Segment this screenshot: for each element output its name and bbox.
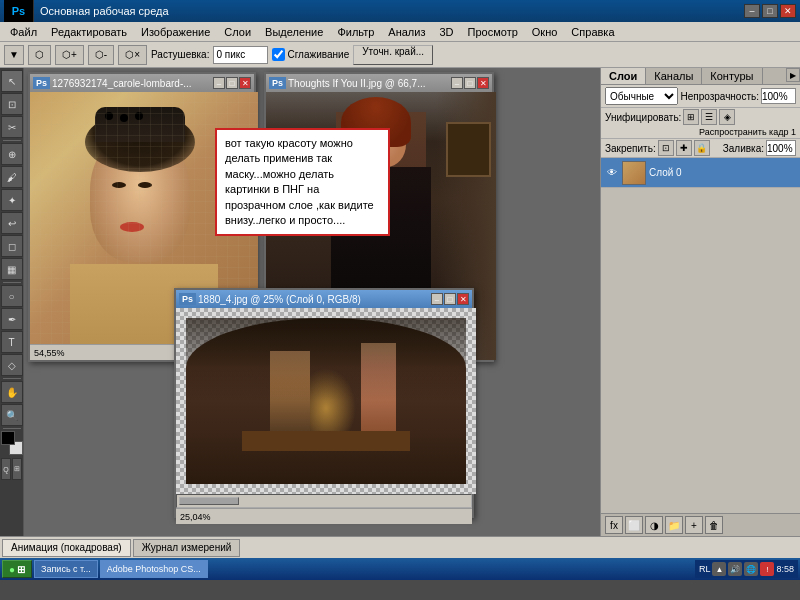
- tool-stamp[interactable]: ✦: [1, 189, 23, 211]
- menu-file[interactable]: Файл: [4, 25, 43, 39]
- layer-fx-btn[interactable]: fx: [605, 516, 623, 534]
- canvas-area: Ps 1276932174_carole-lombard-... – □ ✕: [24, 68, 600, 536]
- menu-3d[interactable]: 3D: [433, 25, 459, 39]
- visibility-icon[interactable]: 👁: [605, 166, 619, 180]
- lock-pos-btn[interactable]: ✚: [676, 140, 692, 156]
- blend-mode-select[interactable]: Обычные: [605, 87, 678, 105]
- tool-options-btn[interactable]: ▼: [4, 45, 24, 65]
- lasso-btn4[interactable]: ⬡×: [118, 45, 147, 65]
- tab-channels[interactable]: Каналы: [646, 68, 702, 84]
- unify-btn3[interactable]: ◈: [719, 109, 735, 125]
- doc-minimize-1[interactable]: –: [213, 77, 225, 89]
- layer-delete-btn[interactable]: 🗑: [705, 516, 723, 534]
- color-swatches[interactable]: [1, 431, 23, 455]
- menu-filter[interactable]: Фильтр: [331, 25, 380, 39]
- tab-layers[interactable]: Слои: [601, 68, 646, 84]
- doc-maximize-1[interactable]: □: [226, 77, 238, 89]
- maximize-button[interactable]: □: [762, 4, 778, 18]
- tray-icon-3[interactable]: 🌐: [744, 562, 758, 576]
- refine-edge-btn[interactable]: Уточн. край...: [353, 45, 433, 65]
- menu-select[interactable]: Выделение: [259, 25, 329, 39]
- quick-mask-btn[interactable]: Q: [1, 458, 11, 480]
- tool-pen[interactable]: ✒: [1, 308, 23, 330]
- tool-path[interactable]: ◇: [1, 354, 23, 376]
- doc-close-2[interactable]: ✕: [477, 77, 489, 89]
- panel-collapse-btn[interactable]: ▶: [786, 68, 800, 82]
- doc-status-3: 25,04%: [176, 508, 472, 524]
- tab-paths[interactable]: Контуры: [702, 68, 762, 84]
- tool-slice[interactable]: ✂: [1, 116, 23, 138]
- smooth-checkbox[interactable]: Сглаживание: [272, 48, 349, 61]
- layer-blend-controls: Обычные Непрозрачность:: [601, 85, 800, 108]
- screen-mode-btn[interactable]: ⊞: [12, 458, 22, 480]
- title-bar: Ps Основная рабочая среда – □ ✕: [0, 0, 800, 22]
- tool-heal[interactable]: ⊕: [1, 143, 23, 165]
- layer-group-btn[interactable]: 📁: [665, 516, 683, 534]
- tool-brush[interactable]: 🖌: [1, 166, 23, 188]
- tool-crop[interactable]: ⊡: [1, 93, 23, 115]
- menu-help[interactable]: Справка: [565, 25, 620, 39]
- tray-icon-2[interactable]: 🔊: [728, 562, 742, 576]
- ps-logo: Ps: [4, 0, 34, 22]
- tool-dodge[interactable]: ○: [1, 285, 23, 307]
- doc-canvas-3[interactable]: [176, 308, 476, 494]
- menu-view[interactable]: Просмотр: [462, 25, 524, 39]
- menu-bar: Файл Редактировать Изображение Слои Выде…: [0, 22, 800, 42]
- menu-layers[interactable]: Слои: [218, 25, 257, 39]
- doc-titlebar-3[interactable]: Ps 1880_4.jpg @ 25% (Слой 0, RGB/8) – □ …: [176, 290, 472, 308]
- tool-gradient[interactable]: ▦: [1, 258, 23, 280]
- start-button[interactable]: ● ⊞: [2, 560, 32, 578]
- smooth-check[interactable]: [272, 48, 285, 61]
- scrollbar-thumb-3[interactable]: [179, 497, 239, 505]
- doc-maximize-2[interactable]: □: [464, 77, 476, 89]
- main-layout: ↖ ⊡ ✂ ⊕ 🖌 ✦ ↩ ◻ ▦ ○ ✒ T ◇ ✋ 🔍 Q ⊞: [0, 68, 800, 536]
- doc-zoom-1: 54,55%: [34, 348, 65, 358]
- lock-pixels-btn[interactable]: ⊡: [658, 140, 674, 156]
- doc-win-btns-2: – □ ✕: [451, 77, 489, 89]
- lasso-btn3[interactable]: ⬡-: [88, 45, 114, 65]
- layer-item-0[interactable]: 👁 Слой 0: [601, 158, 800, 188]
- doc-scrollbar-3[interactable]: [176, 494, 472, 508]
- doc-titlebar-1[interactable]: Ps 1276932174_carole-lombard-... – □ ✕: [30, 74, 254, 92]
- tool-hand[interactable]: ✋: [1, 381, 23, 403]
- minimize-button[interactable]: –: [744, 4, 760, 18]
- menu-edit[interactable]: Редактировать: [45, 25, 133, 39]
- layers-list[interactable]: 👁 Слой 0: [601, 158, 800, 513]
- taskbar-btn-ps[interactable]: Adobe Photoshop CS...: [100, 560, 208, 578]
- tool-zoom[interactable]: 🔍: [1, 404, 23, 426]
- lasso-btn1[interactable]: ⬡: [28, 45, 51, 65]
- doc-maximize-3[interactable]: □: [444, 293, 456, 305]
- layer-options-row: Унифицировать: ⊞ ☰ ◈ Распространить кадр…: [601, 108, 800, 139]
- tray-icon-1[interactable]: ▲: [712, 562, 726, 576]
- tool-select[interactable]: ↖: [1, 70, 23, 92]
- layer-adj-btn[interactable]: ◑: [645, 516, 663, 534]
- lock-all-btn[interactable]: 🔒: [694, 140, 710, 156]
- unify-btn2[interactable]: ☰: [701, 109, 717, 125]
- doc-minimize-2[interactable]: –: [451, 77, 463, 89]
- distribute-label: Распространить кадр 1: [605, 127, 796, 137]
- unify-btn1[interactable]: ⊞: [683, 109, 699, 125]
- journal-tab[interactable]: Журнал измерений: [133, 539, 241, 557]
- lang-indicator: RL: [699, 564, 711, 574]
- doc-close-1[interactable]: ✕: [239, 77, 251, 89]
- menu-analysis[interactable]: Анализ: [382, 25, 431, 39]
- close-button[interactable]: ✕: [780, 4, 796, 18]
- opacity-input[interactable]: [761, 88, 796, 104]
- doc-close-3[interactable]: ✕: [457, 293, 469, 305]
- lasso-btn2[interactable]: ⬡+: [55, 45, 84, 65]
- anim-tab[interactable]: Анимация (покадровая): [2, 539, 131, 557]
- layer-new-btn[interactable]: +: [685, 516, 703, 534]
- taskbar-btn-fonts[interactable]: Запись с т...: [34, 560, 98, 578]
- tool-history[interactable]: ↩: [1, 212, 23, 234]
- tray-icon-4[interactable]: !: [760, 562, 774, 576]
- layer-mask-btn[interactable]: ⬜: [625, 516, 643, 534]
- feather-input[interactable]: [213, 46, 268, 64]
- menu-window[interactable]: Окно: [526, 25, 564, 39]
- doc-minimize-3[interactable]: –: [431, 293, 443, 305]
- tool-text[interactable]: T: [1, 331, 23, 353]
- menu-image[interactable]: Изображение: [135, 25, 216, 39]
- tool-eraser[interactable]: ◻: [1, 235, 23, 257]
- doc-win-btns-1: – □ ✕: [213, 77, 251, 89]
- fill-input[interactable]: [766, 140, 796, 156]
- doc-titlebar-2[interactable]: Ps Thoughts If You II.jpg @ 66,7... – □ …: [266, 74, 492, 92]
